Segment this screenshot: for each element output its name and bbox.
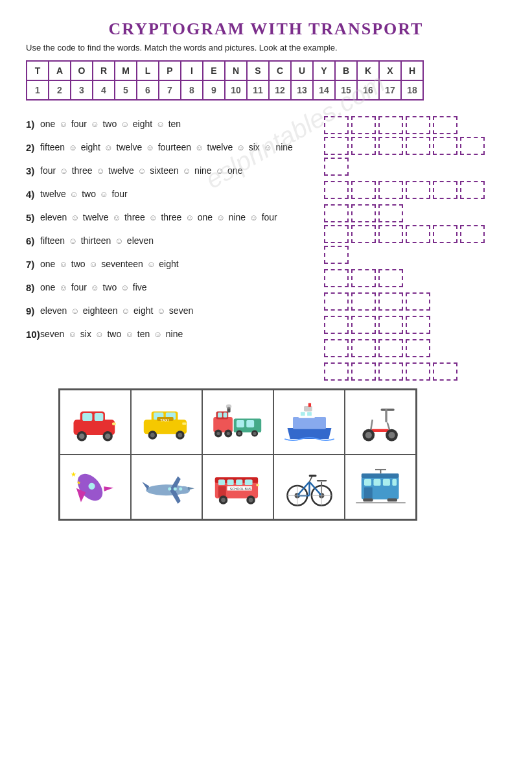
answer-box[interactable] xyxy=(406,362,430,381)
answer-box[interactable] xyxy=(460,225,485,243)
clue-text: fifteen ☺ eight ☺ twelve ☺ fourteen ☺ tw… xyxy=(40,142,324,152)
answer-box[interactable] xyxy=(351,339,376,357)
answer-box[interactable] xyxy=(406,225,430,243)
answer-box[interactable] xyxy=(324,181,349,199)
smiley-separator: ☺ xyxy=(154,306,168,316)
clue-number: 6) xyxy=(26,235,40,246)
answer-box[interactable] xyxy=(324,362,349,381)
clue-word: three xyxy=(161,212,181,222)
answer-box[interactable] xyxy=(324,339,349,357)
answer-box[interactable] xyxy=(406,116,430,134)
clue-word: four xyxy=(40,165,56,176)
smiley-separator: ☺ xyxy=(66,236,80,246)
clue-row: 10)seven ☺ six ☺ two ☺ ten ☺ nine xyxy=(26,322,324,346)
answer-box[interactable] xyxy=(433,137,457,155)
answer-box[interactable] xyxy=(351,225,376,243)
answer-box[interactable] xyxy=(406,181,430,199)
code-letter: L xyxy=(137,61,159,80)
answer-box[interactable] xyxy=(378,204,403,222)
answer-box[interactable] xyxy=(324,116,349,134)
clue-word: one xyxy=(40,259,55,269)
answer-box[interactable] xyxy=(378,225,403,243)
answer-box[interactable] xyxy=(351,292,376,311)
answer-box[interactable] xyxy=(324,292,349,311)
smiley-separator: ☺ xyxy=(56,283,70,292)
code-number: 15 xyxy=(335,80,357,100)
answer-box[interactable] xyxy=(378,181,403,199)
answer-box[interactable] xyxy=(324,316,349,334)
smiley-separator: ☺ xyxy=(65,329,79,339)
answer-box[interactable] xyxy=(460,181,485,199)
answer-box[interactable] xyxy=(351,269,376,287)
answer-box[interactable] xyxy=(378,116,403,134)
answer-box[interactable] xyxy=(460,137,485,155)
clue-text: seven ☺ six ☺ two ☺ ten ☺ nine xyxy=(40,329,324,339)
answer-box[interactable] xyxy=(378,292,403,311)
answer-box[interactable] xyxy=(433,181,457,199)
svg-point-5 xyxy=(79,433,85,439)
code-letter: X xyxy=(379,61,401,80)
answer-box[interactable] xyxy=(351,116,376,134)
answer-box-row xyxy=(324,224,506,265)
clue-word: four xyxy=(111,189,127,199)
smiley-separator: ☺ xyxy=(135,166,149,176)
svg-rect-99 xyxy=(364,487,373,498)
svg-rect-8 xyxy=(112,422,116,425)
picture-rocket: ★ ★ xyxy=(60,455,131,519)
code-letter: O xyxy=(71,61,93,80)
answer-box[interactable] xyxy=(378,339,403,357)
answer-box[interactable] xyxy=(378,316,403,334)
svg-rect-64 xyxy=(227,479,233,485)
svg-line-85 xyxy=(309,476,312,482)
smiley-separator: ☺ xyxy=(88,283,102,292)
answer-box[interactable] xyxy=(433,225,457,243)
answer-box[interactable] xyxy=(351,316,376,334)
answer-box[interactable] xyxy=(406,339,430,357)
clue-word: nine xyxy=(166,329,183,339)
svg-point-29 xyxy=(226,431,229,434)
answer-box[interactable] xyxy=(406,316,430,334)
answer-box[interactable] xyxy=(351,137,376,155)
answer-box[interactable] xyxy=(378,269,403,287)
smiley-separator: ☺ xyxy=(56,119,70,129)
code-letter: E xyxy=(203,61,225,80)
answer-box[interactable] xyxy=(324,225,349,243)
answer-box[interactable] xyxy=(351,181,376,199)
svg-point-18 xyxy=(178,432,182,437)
svg-rect-96 xyxy=(373,479,380,485)
answer-box[interactable] xyxy=(433,362,457,381)
smiley-separator: ☺ xyxy=(88,119,102,129)
answer-box[interactable] xyxy=(378,137,403,155)
page-title: CRYPTOGRAM WITH TRANSPORT xyxy=(26,19,506,39)
clue-word: eleven xyxy=(40,212,67,222)
answer-box[interactable] xyxy=(406,137,430,155)
clue-word: eleven xyxy=(40,305,67,316)
svg-point-59 xyxy=(173,487,176,490)
answer-box[interactable] xyxy=(406,292,430,311)
picture-ship xyxy=(273,390,345,455)
answer-box[interactable] xyxy=(324,269,349,287)
svg-point-69 xyxy=(221,497,226,502)
answer-box[interactable] xyxy=(324,204,349,222)
code-letter: H xyxy=(401,61,423,80)
clue-row: 2)fifteen ☺ eight ☺ twelve ☺ fourteen ☺ … xyxy=(26,136,324,159)
code-letter: N xyxy=(225,61,247,80)
answer-box[interactable] xyxy=(324,158,349,176)
clue-number: 7) xyxy=(26,259,40,270)
code-number: 5 xyxy=(115,80,137,100)
pictures-row-1: TAXI xyxy=(60,390,416,455)
answer-box[interactable] xyxy=(351,204,376,222)
picture-tram xyxy=(345,455,416,519)
answer-box[interactable] xyxy=(378,362,403,381)
clue-word: sixteen xyxy=(150,165,178,176)
clue-word: eighteen xyxy=(83,305,118,316)
answer-box[interactable] xyxy=(351,362,376,381)
answer-box[interactable] xyxy=(433,116,457,134)
answer-box[interactable] xyxy=(324,246,349,264)
clue-word: four xyxy=(262,212,277,222)
clue-word: seven xyxy=(40,329,64,339)
code-number: 18 xyxy=(401,80,423,100)
answer-boxes-column xyxy=(324,112,506,382)
clue-number: 4) xyxy=(26,189,40,200)
answer-box[interactable] xyxy=(324,137,349,155)
